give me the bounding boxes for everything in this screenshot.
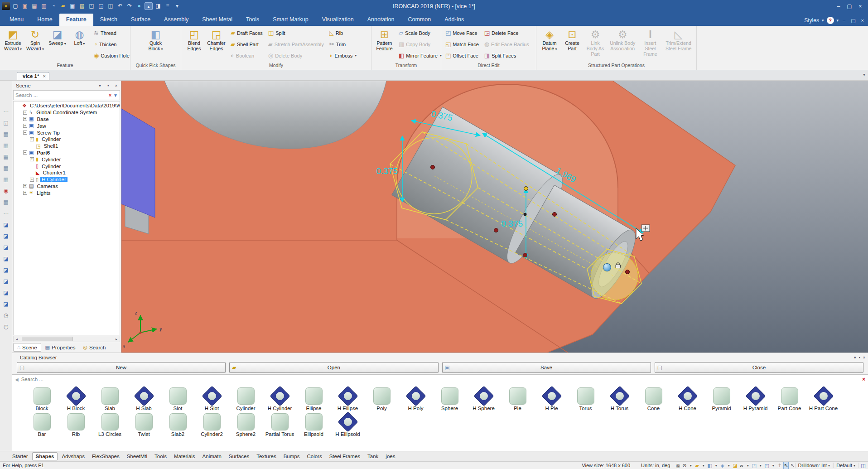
- ribbon-button[interactable]: Draft Faces: [228, 28, 265, 38]
- left-toolbar-icon[interactable]: [2, 244, 10, 251]
- ribbon-button[interactable]: Delete Face: [482, 28, 531, 38]
- left-toolbar-icon[interactable]: [2, 108, 10, 115]
- catalog-shape-item[interactable]: Pyramid: [704, 385, 738, 411]
- status-tool-icon[interactable]: [783, 462, 788, 469]
- styles-menu[interactable]: Styles: [804, 17, 819, 24]
- menu-tab[interactable]: Visualization: [315, 14, 361, 26]
- menu-tab[interactable]: Sheet Metal: [195, 14, 239, 26]
- dimension-mid[interactable]: 0.375: [501, 219, 523, 228]
- left-toolbar-icon[interactable]: [2, 300, 10, 308]
- minimize-icon[interactable]: –: [841, 18, 847, 23]
- catalog-tab[interactable]: Advshaps: [58, 453, 88, 460]
- quick-access-icon[interactable]: [68, 2, 77, 10]
- catalog-shape-item[interactable]: H Poly: [399, 385, 433, 411]
- quick-access-icon[interactable]: [11, 2, 19, 10]
- left-toolbar-icon[interactable]: [2, 312, 10, 319]
- ribbon-button[interactable]: Shell Part: [228, 39, 265, 49]
- anchor-ball-icon[interactable]: [603, 264, 611, 271]
- quick-access-icon[interactable]: [173, 2, 181, 10]
- pin-icon[interactable]: [859, 355, 860, 360]
- close-icon[interactable]: [113, 83, 119, 88]
- catalog-tab[interactable]: Tank: [364, 453, 381, 460]
- catalog-tab[interactable]: Bumps: [280, 453, 303, 460]
- catalog-shape-item[interactable]: Ellipsoid: [297, 411, 331, 437]
- left-toolbar-icon[interactable]: [2, 187, 10, 194]
- catalog-shape-item[interactable]: H Torus: [603, 385, 637, 411]
- ribbon-button[interactable]: Split: [266, 28, 326, 38]
- catalog-shape-item[interactable]: H Pyramid: [738, 385, 772, 411]
- expand-toggle[interactable]: +: [23, 184, 27, 188]
- document-tab[interactable]: vice 1* ×: [17, 72, 49, 80]
- chevron-down-icon[interactable]: [97, 83, 103, 88]
- status-tool-icon[interactable]: [682, 462, 687, 469]
- catalog-tab[interactable]: Colors: [304, 453, 325, 460]
- tree-item[interactable]: + Cylinder: [14, 156, 120, 163]
- catalog-tab[interactable]: Steel Frames: [326, 453, 363, 460]
- catalog-shape-item[interactable]: Bar: [25, 411, 59, 437]
- catalog-shape-item[interactable]: H Slab: [127, 385, 161, 411]
- left-toolbar-icon[interactable]: [2, 221, 10, 228]
- catalog-shape-item[interactable]: Rib: [59, 411, 93, 437]
- ribbon-button[interactable]: Delete Body: [266, 50, 326, 61]
- ribbon-button[interactable]: Mirror Feature: [396, 50, 444, 61]
- expand-toggle[interactable]: −: [23, 150, 27, 155]
- ribbon-button[interactable]: Move Face: [443, 28, 481, 38]
- ribbon-button[interactable]: Quick Block: [145, 27, 167, 62]
- chevron-down-icon[interactable]: ▾: [837, 18, 839, 23]
- status-tool-icon[interactable]: [764, 462, 769, 469]
- status-tool-icon[interactable]: [745, 462, 750, 469]
- status-tool-icon[interactable]: [726, 462, 731, 469]
- catalog-shape-item[interactable]: Ellipse: [297, 385, 331, 411]
- status-tool-icon[interactable]: [675, 462, 680, 469]
- catalog-toolbar-button[interactable]: Save: [442, 362, 651, 373]
- tree-item[interactable]: + Base: [14, 116, 120, 123]
- ribbon-button[interactable]: Create Part: [561, 27, 583, 62]
- ribbon-button[interactable]: Spin Wizard: [24, 27, 46, 62]
- catalog-tab[interactable]: Animatn: [199, 453, 225, 460]
- quick-access-icon[interactable]: [30, 2, 39, 10]
- quick-access-icon[interactable]: [135, 2, 143, 10]
- ribbon-button[interactable]: Loft: [68, 27, 91, 62]
- left-toolbar-icon[interactable]: [2, 176, 10, 183]
- catalog-shape-item[interactable]: H Slot: [195, 385, 229, 411]
- catalog-toolbar-button[interactable]: Close: [655, 362, 863, 373]
- ribbon-button[interactable]: Rib: [327, 28, 359, 38]
- left-toolbar-icon[interactable]: [2, 255, 10, 262]
- menu-tab[interactable]: Add-Ins: [438, 14, 471, 26]
- ribbon-button[interactable]: Thicken: [92, 39, 132, 49]
- left-toolbar-icon[interactable]: [2, 210, 10, 217]
- quick-access-icon[interactable]: [78, 2, 86, 10]
- catalog-shape-item[interactable]: Slab2: [161, 411, 195, 437]
- ribbon-button[interactable]: Offset Face: [443, 50, 481, 61]
- ribbon-button[interactable]: Link Body As Part: [583, 27, 607, 62]
- status-tool-icon[interactable]: [777, 462, 782, 469]
- catalog-toolbar-button[interactable]: New: [17, 362, 226, 373]
- catalog-shape-item[interactable]: Sphere: [433, 385, 467, 411]
- left-toolbar-icon[interactable]: [2, 289, 10, 296]
- catalog-tab[interactable]: SheetMtl: [124, 453, 150, 460]
- menu-tab[interactable]: Tools: [239, 14, 266, 26]
- catalog-shape-item[interactable]: H Ellipsoid: [331, 411, 365, 437]
- restore-icon[interactable]: ▢: [849, 18, 857, 24]
- dimension-left[interactable]: 0.375: [376, 166, 398, 176]
- expand-toggle[interactable]: +: [23, 191, 27, 195]
- close-icon[interactable]: [863, 355, 865, 360]
- status-tool-icon[interactable]: [758, 462, 763, 469]
- minimize-icon[interactable]: [834, 2, 844, 10]
- tree-item[interactable]: + Lights: [14, 189, 120, 196]
- catalog-shape-item[interactable]: Block: [25, 385, 59, 411]
- catalog-shape-item[interactable]: Partial Torus: [263, 411, 297, 437]
- status-tool-icon[interactable]: [694, 462, 699, 469]
- viewport-3d[interactable]: 0.375 0.375 1.969 0.375: [121, 81, 868, 353]
- catalog-shape-item[interactable]: H Part Cone: [806, 385, 840, 411]
- ribbon-button[interactable]: Datum Plane: [538, 27, 561, 62]
- scrollbar-thumb[interactable]: [22, 337, 73, 341]
- filter-icon[interactable]: ▼: [113, 93, 118, 98]
- left-toolbar-icon[interactable]: [2, 142, 10, 149]
- left-toolbar-icon[interactable]: [2, 164, 10, 172]
- menu-tab[interactable]: Common: [401, 14, 438, 26]
- status-tool-icon[interactable]: [707, 462, 712, 469]
- catalog-shape-item[interactable]: Slot: [161, 385, 195, 411]
- catalog-shape-item[interactable]: Cylinder2: [195, 411, 229, 437]
- expand-toggle[interactable]: +: [30, 178, 34, 182]
